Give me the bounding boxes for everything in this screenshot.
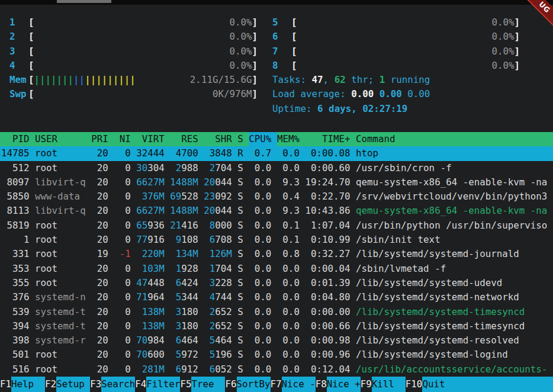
fkey-f9-kill[interactable]: F9Kill <box>361 377 406 392</box>
process-row[interactable]: 376systemd-n2007196453444744S0.00.00:04.… <box>0 290 553 304</box>
fkey-f2-setup[interactable]: F2Setup <box>45 377 90 392</box>
column-gap <box>232 219 238 233</box>
process-row[interactable]: 394systemd-t200138M31802652S0.00.00:00.6… <box>0 319 553 333</box>
process-row[interactable]: 1root2007791691086708S0.00.10:10.99/sbin… <box>0 233 553 247</box>
fkey-f6-sortby[interactable]: F6SortBy <box>225 377 270 392</box>
swp-meter-label: Swp <box>9 87 28 101</box>
fkey-f8-nice[interactable]: F8Nice + <box>316 377 361 392</box>
process-row[interactable]: 8113libvirt-q2006627M1488M20044S0.09.310… <box>0 204 553 218</box>
process-row[interactable]: 539systemd-t200138M31802652S0.00.00:00.0… <box>0 305 553 319</box>
column-header-cpu[interactable]: CPU% <box>249 132 271 146</box>
cell-time: 0:00.08 <box>305 146 350 160</box>
fkey-f5-tree[interactable]: F5Tree <box>180 377 225 392</box>
column-gap <box>198 348 204 362</box>
scrollbar-thumb[interactable] <box>57 0 111 3</box>
process-row[interactable]: 8097libvirt-q2006627M1488M20044S0.09.319… <box>0 175 553 189</box>
fkey-f7-nice[interactable]: F7Nice - <box>271 377 316 392</box>
column-gap <box>350 348 356 362</box>
meter-open-bracket: [ <box>291 15 297 30</box>
cell-st: S <box>237 233 243 247</box>
cell-st: S <box>237 348 243 362</box>
cell-shr: 6708 <box>204 233 232 247</box>
fkey-f10-quit[interactable]: F10Quit <box>406 377 553 392</box>
fkey-label: Tree <box>191 377 225 392</box>
cell-pid: 398 <box>1 333 30 348</box>
column-header-cmd[interactable]: Command <box>356 132 553 146</box>
process-row[interactable]: 353root200103M19281704S0.00.00:00.04/sbi… <box>0 262 553 276</box>
cpu-meter-5-label: 5 <box>272 15 291 30</box>
cpu-meter-6: 6[0.0%] <box>272 30 520 44</box>
column-gap <box>243 262 249 276</box>
column-header-st[interactable]: S <box>237 132 243 146</box>
shr-magnitude: 5 <box>210 349 216 360</box>
cell-pid: 353 <box>1 262 30 276</box>
process-row[interactable]: 501root2007060059725196S0.00.00:00.96/li… <box>0 348 553 362</box>
column-gap <box>232 276 238 290</box>
column-gap <box>198 319 204 333</box>
column-header-time[interactable]: TIME+ <box>305 132 350 146</box>
process-row[interactable]: 5850www-data200376M6952823092S0.00.40:22… <box>0 189 553 204</box>
column-gap <box>300 233 306 247</box>
process-row[interactable]: 331root19-1220M134M126MS0.00.80:32.27/li… <box>0 247 553 261</box>
column-gap <box>232 247 238 261</box>
column-header-user[interactable]: USER <box>35 132 86 146</box>
shr-remainder: 704 <box>215 162 232 173</box>
column-gap <box>108 175 114 189</box>
column-header-pri[interactable]: PRI <box>91 132 108 146</box>
fkey-f4-filter[interactable]: F4Filter <box>135 377 180 392</box>
column-gap <box>30 262 36 276</box>
column-gap <box>131 276 137 290</box>
system-info: Tasks: 47, 62 thr; 1 running Load averag… <box>272 73 551 116</box>
column-gap <box>165 204 171 218</box>
fkey-f1-help[interactable]: F1Help <box>0 377 45 392</box>
cell-user: root <box>35 276 86 290</box>
column-header-virt[interactable]: VIRT <box>136 132 165 146</box>
column-gap <box>243 290 249 304</box>
column-header-res[interactable]: RES <box>170 132 198 146</box>
cpu-meter-7-value: 0.0% <box>491 44 514 59</box>
cell-shr: 6052 <box>204 362 232 377</box>
fkey-f3-search[interactable]: F3Search <box>90 377 135 392</box>
process-row[interactable]: 14785root2003244447003848R0.70.00:00.08h… <box>0 146 553 160</box>
cell-mem: 0.0 <box>277 319 300 333</box>
cell-cpu: 0.0 <box>249 262 271 276</box>
fkey-label: Quit <box>422 377 553 392</box>
virt-magnitude: 6627M <box>136 176 165 188</box>
column-header-shr[interactable]: SHR <box>204 132 232 146</box>
cpu-meter-1-value: 0.0% <box>229 15 252 30</box>
fkey-key: F1 <box>0 377 11 392</box>
cell-shr: 4744 <box>204 290 232 304</box>
cell-res: 9108 <box>170 233 198 247</box>
cell-cmd: htop <box>356 146 553 160</box>
cell-st: S <box>237 262 243 276</box>
cell-shr: 3848 <box>204 146 232 160</box>
column-header-ni[interactable]: NI <box>114 132 131 146</box>
res-remainder: 464 <box>181 335 198 346</box>
cell-res: 5344 <box>170 290 198 304</box>
cell-shr: 1704 <box>204 262 232 276</box>
process-row[interactable]: 398systemd-r2007098464645464S0.00.00:00.… <box>0 333 553 348</box>
column-gap <box>108 247 114 261</box>
cell-cmd: /lib/systemd/systemd-networkd <box>356 290 553 304</box>
process-row[interactable]: 5819root20065936214168000S0.00.11:07.04/… <box>0 219 553 233</box>
cell-mem: 0.0 <box>277 262 300 276</box>
load-1min: 0.00 <box>351 88 380 99</box>
cell-pri: 20 <box>91 189 108 204</box>
virt-remainder: 304 <box>147 162 165 173</box>
res-magnitude: 5 <box>176 349 182 360</box>
process-row[interactable]: 516root200281M69126052S0.00.00:12.04/usr… <box>0 362 553 377</box>
process-row[interactable]: 512root2003030429882704S0.00.00:00.60/us… <box>0 161 553 175</box>
cell-user: systemd-n <box>35 290 86 304</box>
cell-cmd: /lib/systemd/systemd-logind <box>356 348 553 362</box>
cell-ni: 0 <box>114 219 131 233</box>
cell-virt: 220M <box>136 247 165 261</box>
res-magnitude: 9 <box>176 234 182 245</box>
cell-mem: 0.0 <box>277 290 300 304</box>
process-row[interactable]: 355root2004744864243228S0.00.00:01.39/li… <box>0 276 553 290</box>
res-magnitude: 1488M <box>170 176 198 188</box>
column-header-pid[interactable]: PID <box>1 132 30 146</box>
column-gap <box>108 362 114 377</box>
column-gap <box>86 276 92 290</box>
column-gap <box>86 319 92 333</box>
column-header-mem[interactable]: MEM% <box>277 132 300 146</box>
